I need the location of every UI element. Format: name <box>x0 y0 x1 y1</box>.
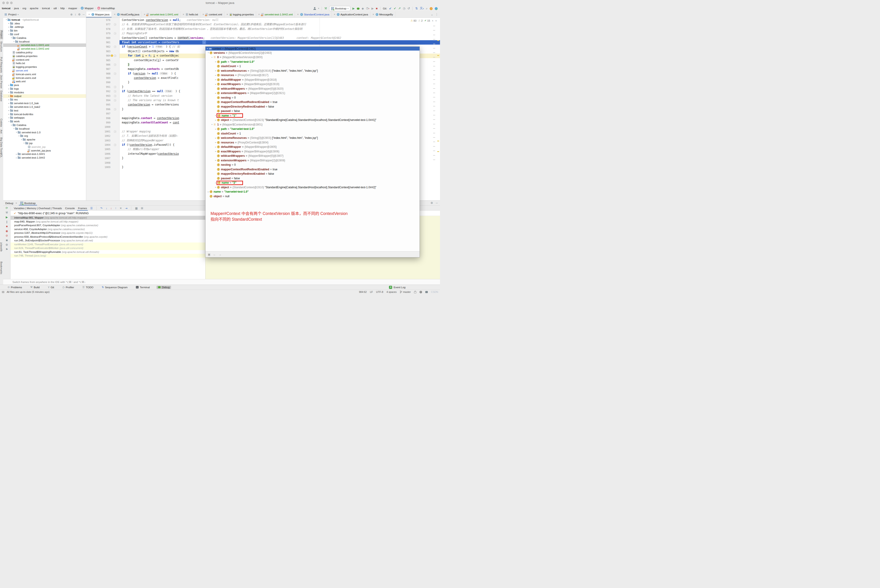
indent-style[interactable]: 4 spaces <box>387 291 397 293</box>
editor-tab[interactable]: ✕CHostConfig.java <box>112 12 142 18</box>
tree-row[interactable]: ▸test <box>3 109 86 112</box>
breadcrumb-item[interactable]: minternalMap <box>97 7 115 10</box>
tree-row[interactable]: Jaservlet_jsp.java <box>3 149 86 152</box>
close-icon[interactable]: ✕ <box>15 202 17 204</box>
tree-row[interactable]: ▾apache <box>3 138 86 141</box>
editor-tab[interactable]: ✕CMapper.java <box>86 12 112 18</box>
popup-variable-row[interactable]: ▸fname="/servelet-test-1.0" <box>205 190 420 194</box>
toolwindow-button-sequence-diagram[interactable]: ⇅Sequence Diagram <box>100 285 129 289</box>
tree-row[interactable]: ▸logs <box>3 87 86 91</box>
close-icon[interactable]: ✕ <box>297 14 299 16</box>
frame-row[interactable]: service:458, CoyoteAdapter (org.apache.c… <box>10 227 205 231</box>
pin-icon[interactable]: ⚑ <box>6 248 8 251</box>
back-icon[interactable]: ← <box>213 253 216 256</box>
fold-marker[interactable] <box>114 46 116 48</box>
breadcrumb-item[interactable]: tomcat <box>2 7 10 10</box>
expand-collapse-icon[interactable]: ↕ <box>75 13 76 16</box>
code-line[interactable]: 978// 处理，如果指定了版本号，则返回版本号相等的ContextVersio… <box>86 27 440 31</box>
tabs-menu-icon[interactable]: ⋮ <box>435 13 438 16</box>
chevron-down-icon[interactable]: ▾ <box>318 6 319 11</box>
close-icon[interactable]: ✕ <box>202 14 204 16</box>
translate-icon[interactable]: 文A <box>420 6 424 11</box>
popup-variable-row[interactable]: ▸fname="1" <box>205 113 420 118</box>
fold-marker[interactable] <box>114 86 116 88</box>
popup-variable-row[interactable]: fmapperContextRootRedirectEnabled=true <box>205 100 420 105</box>
breadcrumb[interactable]: tomcat›java›org›apache›tomcat›util›http›… <box>2 7 115 10</box>
stop-button[interactable]: ■ <box>376 6 378 11</box>
run-to-cursor-icon[interactable]: ⇥ <box>125 207 127 210</box>
mute-breakpoints-icon[interactable]: ⊘ <box>6 234 8 237</box>
snapshot-icon[interactable]: ◙ <box>6 239 7 242</box>
hide-panel-icon[interactable]: ─ <box>436 201 438 205</box>
tree-row[interactable]: ▾org <box>3 134 86 138</box>
breadcrumb-item[interactable]: http <box>60 7 64 10</box>
popup-variable-row[interactable]: fslashCount=1 <box>205 64 420 69</box>
tool-strip-jol[interactable]: JOL <box>0 153 3 158</box>
tree-row[interactable]: logging.properties <box>3 65 86 69</box>
forward-icon[interactable]: → <box>219 253 221 256</box>
frame-row[interactable]: internalMap:981, Mapper (org.apache.tomc… <box>10 216 205 220</box>
tool-strip-big-data-tools[interactable]: Big Data Tools <box>0 138 3 154</box>
popup-variable-row[interactable]: fnesting=0 <box>205 95 420 100</box>
breadcrumb-item[interactable]: tomcat <box>42 7 50 10</box>
tree-row[interactable]: ▾Catalina <box>3 36 86 40</box>
fold-marker[interactable] <box>114 24 116 26</box>
tree-row[interactable]: ▾conf <box>3 32 86 36</box>
tree-row[interactable]: ▾localhost <box>3 127 86 130</box>
lock-icon[interactable] <box>414 291 416 293</box>
git-update-icon[interactable]: ↙ <box>389 6 391 11</box>
file-encoding[interactable]: UTF-8 <box>376 291 383 293</box>
fold-marker[interactable] <box>114 55 116 57</box>
fold-marker[interactable] <box>114 64 116 66</box>
popup-variable-row[interactable]: fpaused=false <box>205 109 420 114</box>
fold-marker[interactable] <box>114 99 116 101</box>
tree-row[interactable]: ▾jsp <box>3 141 86 145</box>
pause-icon[interactable]: ∥ <box>6 220 7 224</box>
tab-frames[interactable]: Frames <box>78 206 87 211</box>
tree-row[interactable]: ▸.settings <box>3 25 86 29</box>
chevron-down-icon[interactable]: ▾ <box>18 14 19 16</box>
popup-variable-row[interactable]: ▸fpath="/servelet-test-1.0" <box>205 127 420 132</box>
tree-row[interactable]: ▸java <box>3 83 86 87</box>
force-step-into-icon[interactable]: ↓ <box>110 207 112 210</box>
tool-strip-json-parser[interactable]: Json Parser <box>0 75 3 88</box>
hide-panel-icon[interactable]: ─ <box>82 13 85 16</box>
tree-row[interactable]: ▾servelet-test-1.0 <box>3 130 86 134</box>
tool-strip-bookmarks[interactable]: Bookmarks <box>0 262 3 274</box>
close-icon[interactable]: ✕ <box>183 14 184 16</box>
tab-variables-group[interactable]: Variables | Memory | Overhead | Threads <box>14 206 62 211</box>
popup-variable-row[interactable]: ▸fwelcomeResources={String[3]@2816} ["in… <box>205 69 420 73</box>
breadcrumb-item[interactable]: org <box>22 7 27 10</box>
frame-row[interactable]: run:345, JIoEndpoint$SocketProcessor (or… <box>10 238 205 243</box>
code-line[interactable]: 981final int versionCount = contextVers⌄ <box>86 40 440 45</box>
tree-row[interactable]: hello.txt <box>3 62 86 65</box>
editor-tab[interactable]: ✕<>servelet-test-1.0##2.xml <box>256 12 295 18</box>
breadcrumb-item[interactable]: java <box>14 7 19 10</box>
frame-row[interactable]: runWorker:1149, ThreadPoolExecutor (java… <box>10 243 205 246</box>
toolwindow-button-build[interactable]: ⚒Build <box>29 285 41 289</box>
editor-tab[interactable]: ✕hello.txt <box>180 12 200 18</box>
code-line[interactable]: 977// 6. 前面曾讲到MappedContext存放了路径相同的所有版本的… <box>86 22 440 27</box>
code-line[interactable]: 976ContextVersion contextVersion = null;… <box>86 18 440 22</box>
run-configuration-select[interactable]: Bootstrap ▾ <box>329 6 350 11</box>
tree-row[interactable]: ▾tomcat~/gitlab/tomcat <box>3 18 86 22</box>
popup-variable-row[interactable]: ▸fwelcomeResources={String[3]@2803} ["in… <box>205 136 420 141</box>
tree-row[interactable]: ▸output <box>3 94 86 98</box>
tool-strip-jclasslib[interactable]: jclasslib <box>0 243 3 252</box>
rollback-icon[interactable]: ↺ <box>408 6 410 11</box>
step-out-icon[interactable]: ↑ <box>115 207 116 210</box>
compare-icon[interactable]: ⇅ <box>415 6 418 11</box>
popup-variable-row[interactable]: fmapperDirectoryRedirectEnabled=false <box>205 172 420 176</box>
popup-variable-row[interactable]: fmapperContextRootRedirectEnabled=true <box>205 167 420 172</box>
close-icon[interactable]: ✕ <box>88 14 90 16</box>
tool-strip-structure[interactable]: Structure <box>0 41 3 52</box>
tab-console[interactable]: Console <box>65 206 75 211</box>
popup-variable-row[interactable]: ▾☰1={Mapper$ContextVersion@2801} <box>205 122 420 127</box>
popup-variable-row[interactable]: ▸fdefaultWrapper={Mapper$Wrapper@2818} <box>205 78 420 82</box>
tree-row[interactable]: Caservlet_jsp <box>3 145 86 149</box>
popup-variable-row[interactable]: fpaused=false <box>205 176 420 181</box>
caret-position[interactable]: 984:62 <box>359 291 367 293</box>
tool-strip-codota[interactable]: Codota <box>0 118 3 127</box>
git-commit-icon[interactable]: ✔ <box>394 6 396 11</box>
editor-tab[interactable]: ✕<>servelet-test-1.0##1.xml <box>142 12 180 18</box>
